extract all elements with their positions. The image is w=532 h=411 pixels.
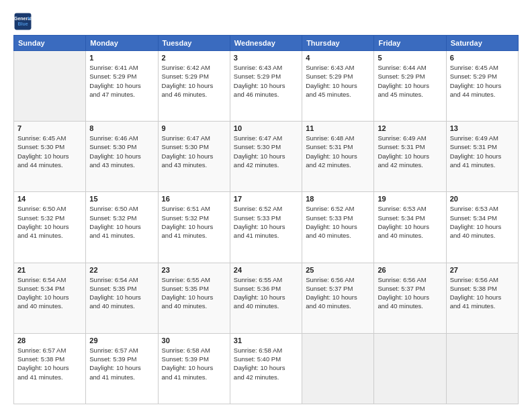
- day-info: Sunrise: 6:48 AM Sunset: 5:31 PM Dayligh…: [306, 134, 370, 169]
- day-number: 25: [306, 266, 370, 274]
- calendar-cell: [14, 51, 86, 122]
- day-info: Sunrise: 6:50 AM Sunset: 5:32 PM Dayligh…: [89, 204, 154, 240]
- calendar-body: 1Sunrise: 6:41 AM Sunset: 5:29 PM Daylig…: [14, 51, 519, 404]
- week-row-5: 28Sunrise: 6:57 AM Sunset: 5:38 PM Dayli…: [14, 333, 519, 404]
- page: General Blue SundayMondayTuesdayWednesda…: [0, 0, 532, 411]
- day-info: Sunrise: 6:50 AM Sunset: 5:32 PM Dayligh…: [17, 204, 82, 240]
- day-info: Sunrise: 6:42 AM Sunset: 5:29 PM Dayligh…: [162, 63, 226, 99]
- weekday-header-tuesday: Tuesday: [158, 36, 230, 51]
- calendar-cell: 11Sunrise: 6:48 AM Sunset: 5:31 PM Dayli…: [302, 122, 374, 192]
- day-number: 17: [234, 195, 298, 203]
- calendar-cell: 10Sunrise: 6:47 AM Sunset: 5:30 PM Dayli…: [230, 122, 302, 192]
- weekday-header-friday: Friday: [374, 36, 446, 51]
- calendar-cell: 26Sunrise: 6:56 AM Sunset: 5:37 PM Dayli…: [374, 263, 446, 333]
- day-info: Sunrise: 6:44 AM Sunset: 5:29 PM Dayligh…: [378, 63, 442, 99]
- day-number: 24: [234, 266, 298, 274]
- day-info: Sunrise: 6:43 AM Sunset: 5:29 PM Dayligh…: [306, 63, 370, 99]
- day-info: Sunrise: 6:55 AM Sunset: 5:35 PM Dayligh…: [162, 275, 226, 311]
- day-info: Sunrise: 6:54 AM Sunset: 5:35 PM Dayligh…: [89, 275, 154, 311]
- day-info: Sunrise: 6:49 AM Sunset: 5:31 PM Dayligh…: [378, 134, 442, 169]
- svg-text:Blue: Blue: [17, 21, 28, 26]
- day-info: Sunrise: 6:53 AM Sunset: 5:34 PM Dayligh…: [378, 204, 442, 240]
- day-info: Sunrise: 6:58 AM Sunset: 5:39 PM Dayligh…: [162, 346, 226, 381]
- weekday-row: SundayMondayTuesdayWednesdayThursdayFrid…: [14, 36, 519, 51]
- day-info: Sunrise: 6:45 AM Sunset: 5:30 PM Dayligh…: [17, 134, 82, 169]
- calendar-cell: 4Sunrise: 6:43 AM Sunset: 5:29 PM Daylig…: [302, 51, 374, 122]
- day-number: 6: [450, 54, 515, 62]
- day-info: Sunrise: 6:58 AM Sunset: 5:40 PM Dayligh…: [234, 346, 298, 381]
- day-number: 1: [89, 54, 154, 62]
- day-number: 16: [162, 195, 226, 203]
- day-info: Sunrise: 6:55 AM Sunset: 5:36 PM Dayligh…: [234, 275, 298, 311]
- day-number: 21: [17, 266, 82, 274]
- day-number: 20: [450, 195, 515, 203]
- calendar-cell: 19Sunrise: 6:53 AM Sunset: 5:34 PM Dayli…: [374, 192, 446, 263]
- day-number: 2: [162, 54, 226, 62]
- day-info: Sunrise: 6:56 AM Sunset: 5:38 PM Dayligh…: [450, 275, 515, 311]
- day-number: 23: [162, 266, 226, 274]
- day-info: Sunrise: 6:49 AM Sunset: 5:31 PM Dayligh…: [450, 134, 515, 169]
- day-info: Sunrise: 6:47 AM Sunset: 5:30 PM Dayligh…: [234, 134, 298, 169]
- day-info: Sunrise: 6:56 AM Sunset: 5:37 PM Dayligh…: [378, 275, 442, 311]
- day-number: 27: [450, 266, 515, 274]
- day-number: 9: [162, 124, 226, 132]
- calendar-cell: 14Sunrise: 6:50 AM Sunset: 5:32 PM Dayli…: [14, 192, 86, 263]
- day-number: 19: [378, 195, 442, 203]
- calendar-cell: 23Sunrise: 6:55 AM Sunset: 5:35 PM Dayli…: [158, 263, 230, 333]
- day-info: Sunrise: 6:52 AM Sunset: 5:33 PM Dayligh…: [306, 204, 370, 240]
- day-number: 10: [234, 124, 298, 132]
- calendar-cell: 15Sunrise: 6:50 AM Sunset: 5:32 PM Dayli…: [86, 192, 158, 263]
- calendar-cell: 2Sunrise: 6:42 AM Sunset: 5:29 PM Daylig…: [158, 51, 230, 122]
- calendar-cell: 16Sunrise: 6:51 AM Sunset: 5:32 PM Dayli…: [158, 192, 230, 263]
- day-number: 4: [306, 54, 370, 62]
- calendar-cell: 6Sunrise: 6:45 AM Sunset: 5:29 PM Daylig…: [446, 51, 518, 122]
- day-number: 3: [234, 54, 298, 62]
- week-row-3: 14Sunrise: 6:50 AM Sunset: 5:32 PM Dayli…: [14, 192, 519, 263]
- calendar-cell: 22Sunrise: 6:54 AM Sunset: 5:35 PM Dayli…: [86, 263, 158, 333]
- calendar-cell: [374, 333, 446, 404]
- day-number: 22: [89, 266, 154, 274]
- day-number: 30: [162, 336, 226, 345]
- day-number: 8: [89, 124, 154, 132]
- calendar-table: SundayMondayTuesdayWednesdayThursdayFrid…: [13, 35, 519, 404]
- logo: General Blue: [13, 12, 35, 31]
- day-number: 28: [17, 336, 82, 345]
- calendar-header: SundayMondayTuesdayWednesdayThursdayFrid…: [14, 36, 519, 51]
- calendar-cell: 7Sunrise: 6:45 AM Sunset: 5:30 PM Daylig…: [14, 122, 86, 192]
- calendar-cell: 17Sunrise: 6:52 AM Sunset: 5:33 PM Dayli…: [230, 192, 302, 263]
- day-info: Sunrise: 6:45 AM Sunset: 5:29 PM Dayligh…: [450, 63, 515, 99]
- calendar-cell: 3Sunrise: 6:43 AM Sunset: 5:29 PM Daylig…: [230, 51, 302, 122]
- day-number: 18: [306, 195, 370, 203]
- calendar-cell: 27Sunrise: 6:56 AM Sunset: 5:38 PM Dayli…: [446, 263, 518, 333]
- calendar-cell: 28Sunrise: 6:57 AM Sunset: 5:38 PM Dayli…: [14, 333, 86, 404]
- day-number: 29: [89, 336, 154, 345]
- calendar-cell: 25Sunrise: 6:56 AM Sunset: 5:37 PM Dayli…: [302, 263, 374, 333]
- day-info: Sunrise: 6:43 AM Sunset: 5:29 PM Dayligh…: [234, 63, 298, 99]
- calendar-cell: 31Sunrise: 6:58 AM Sunset: 5:40 PM Dayli…: [230, 333, 302, 404]
- day-info: Sunrise: 6:52 AM Sunset: 5:33 PM Dayligh…: [234, 204, 298, 240]
- day-number: 11: [306, 124, 370, 132]
- day-info: Sunrise: 6:46 AM Sunset: 5:30 PM Dayligh…: [89, 134, 154, 169]
- day-info: Sunrise: 6:54 AM Sunset: 5:34 PM Dayligh…: [17, 275, 82, 311]
- calendar-cell: 9Sunrise: 6:47 AM Sunset: 5:30 PM Daylig…: [158, 122, 230, 192]
- day-number: 14: [17, 195, 82, 203]
- calendar-cell: 29Sunrise: 6:57 AM Sunset: 5:39 PM Dayli…: [86, 333, 158, 404]
- calendar-cell: 5Sunrise: 6:44 AM Sunset: 5:29 PM Daylig…: [374, 51, 446, 122]
- calendar-cell: 24Sunrise: 6:55 AM Sunset: 5:36 PM Dayli…: [230, 263, 302, 333]
- calendar-cell: 20Sunrise: 6:53 AM Sunset: 5:34 PM Dayli…: [446, 192, 518, 263]
- calendar-cell: 30Sunrise: 6:58 AM Sunset: 5:39 PM Dayli…: [158, 333, 230, 404]
- day-info: Sunrise: 6:57 AM Sunset: 5:39 PM Dayligh…: [89, 346, 154, 381]
- day-info: Sunrise: 6:51 AM Sunset: 5:32 PM Dayligh…: [162, 204, 226, 240]
- calendar-cell: 12Sunrise: 6:49 AM Sunset: 5:31 PM Dayli…: [374, 122, 446, 192]
- weekday-header-wednesday: Wednesday: [230, 36, 302, 51]
- day-number: 26: [378, 266, 442, 274]
- day-number: 15: [89, 195, 154, 203]
- logo-icon: General Blue: [13, 12, 32, 31]
- day-number: 13: [450, 124, 515, 132]
- calendar-cell: 21Sunrise: 6:54 AM Sunset: 5:34 PM Dayli…: [14, 263, 86, 333]
- week-row-4: 21Sunrise: 6:54 AM Sunset: 5:34 PM Dayli…: [14, 263, 519, 333]
- calendar-cell: 13Sunrise: 6:49 AM Sunset: 5:31 PM Dayli…: [446, 122, 518, 192]
- calendar-cell: [446, 333, 518, 404]
- calendar-cell: 18Sunrise: 6:52 AM Sunset: 5:33 PM Dayli…: [302, 192, 374, 263]
- week-row-1: 1Sunrise: 6:41 AM Sunset: 5:29 PM Daylig…: [14, 51, 519, 122]
